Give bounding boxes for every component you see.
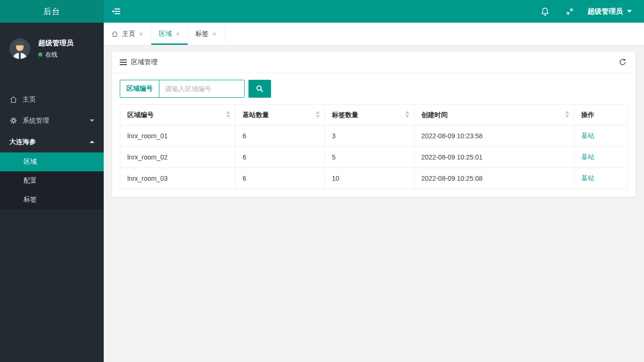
home-icon — [9, 96, 17, 103]
tab-label: 主页 — [122, 30, 135, 38]
search-icon — [256, 85, 264, 93]
cell-actions: 基站 — [574, 147, 627, 168]
content-area: 区域管理 区域编号 — [104, 45, 644, 203]
sidebar: 超级管理员 在线 主页 — [0, 23, 104, 362]
base-station-link[interactable]: 基站 — [581, 132, 594, 139]
sidebar-subitem-tag[interactable]: 标签 — [0, 190, 104, 209]
region-id-input[interactable] — [159, 80, 244, 97]
sidebar-user-block: 超级管理员 在线 — [0, 23, 104, 75]
sort-icon[interactable] — [565, 111, 569, 118]
region-management-panel: 区域管理 区域编号 — [112, 52, 636, 197]
table-header-row: 区域编号 基站数量 标签数量 — [120, 105, 628, 126]
cell-created-at: 2022-08-09 10:23:58 — [414, 126, 574, 147]
cell-actions: 基站 — [574, 126, 627, 147]
cell-tag-count: 10 — [325, 168, 414, 189]
column-header-actions: 操作 — [574, 105, 627, 126]
tab-close-icon[interactable]: × — [139, 30, 143, 37]
sidebar-user-name: 超级管理员 — [38, 39, 74, 48]
column-header-created-at: 创建时间 — [414, 105, 574, 126]
cell-tag-count: 5 — [325, 147, 414, 168]
table-row: lnrx_room_03 6 10 2022-08-09 10:25:08 基站 — [120, 168, 628, 189]
sidebar-item-system-management[interactable]: 系统管理 — [0, 110, 104, 131]
online-status-label: 在线 — [45, 51, 58, 59]
sidebar-subitem-region[interactable]: 区域 — [0, 152, 104, 171]
cell-region-id: lnrx_room_01 — [120, 126, 235, 147]
notifications-button[interactable] — [533, 0, 557, 23]
avatar — [9, 38, 30, 59]
panel-title-wrap: 区域管理 — [120, 58, 157, 67]
cell-region-id: lnrx_room_02 — [120, 147, 235, 168]
chevron-down-icon — [90, 119, 94, 122]
sidebar-submenu: 区域 配置 标签 — [0, 152, 104, 209]
cell-actions: 基站 — [574, 168, 627, 189]
settings-gear-icon — [9, 117, 17, 125]
main-area: 主页 × 区域 × 标签 × 区域管理 — [104, 23, 644, 362]
sidebar-item-dalian-haishen[interactable]: 大连海参 — [0, 131, 104, 152]
sidebar-subitem-label: 标签 — [24, 195, 37, 204]
cell-station-count: 6 — [235, 147, 325, 168]
sidebar-user-meta: 超级管理员 在线 — [38, 39, 74, 59]
cell-created-at: 2022-08-09 10:25:08 — [414, 168, 574, 189]
cell-station-count: 6 — [235, 126, 325, 147]
refresh-button[interactable] — [617, 57, 628, 68]
column-header-tag-count: 标签数量 — [325, 105, 414, 126]
column-header-station-count: 基站数量 — [235, 105, 325, 126]
sidebar-collapse-icon — [112, 7, 121, 16]
panel-title: 区域管理 — [131, 58, 157, 67]
sort-icon[interactable] — [316, 111, 320, 118]
home-icon — [111, 31, 118, 37]
chevron-up-icon — [90, 141, 94, 143]
search-button[interactable] — [248, 80, 271, 98]
table-row: lnrx_room_01 6 3 2022-08-09 10:23:58 基站 — [120, 126, 628, 147]
sidebar-subitem-config[interactable]: 配置 — [0, 171, 104, 190]
sidebar-subitem-label: 配置 — [24, 177, 37, 185]
sidebar-menu: 主页 — [0, 89, 104, 209]
refresh-icon — [619, 58, 627, 66]
sidebar-collapse-button[interactable] — [104, 0, 128, 23]
cell-created-at: 2022-08-09 10:25:01 — [414, 147, 574, 168]
tab-close-icon[interactable]: × — [213, 30, 217, 37]
app-brand: 后台 — [0, 0, 104, 23]
region-table: 区域编号 基站数量 标签数量 — [120, 104, 628, 189]
tab-region[interactable]: 区域 × — [151, 23, 188, 45]
search-toolbar: 区域编号 — [112, 73, 636, 104]
fullscreen-toggle-icon — [566, 8, 574, 16]
tab-close-icon[interactable]: × — [176, 30, 180, 37]
tab-label: 标签 — [196, 30, 209, 38]
user-dropdown-label: 超级管理员 — [587, 7, 623, 16]
sidebar-item-label: 系统管理 — [23, 117, 49, 125]
notification-bell-icon — [541, 7, 549, 16]
sort-icon[interactable] — [226, 111, 230, 118]
tab-label: 区域 — [159, 30, 172, 38]
sidebar-user-status: 在线 — [38, 51, 74, 59]
fullscreen-toggle-button[interactable] — [557, 0, 582, 23]
tab-home[interactable]: 主页 × — [104, 23, 151, 45]
top-header: 后台 超级管理员 — [0, 0, 644, 23]
topbar-actions: 超级管理员 — [533, 0, 644, 23]
user-dropdown[interactable]: 超级管理员 — [582, 0, 644, 23]
avatar-tie — [19, 53, 21, 59]
chevron-down-icon — [627, 10, 632, 13]
search-group: 区域编号 — [120, 80, 245, 98]
sort-icon[interactable] — [405, 111, 409, 118]
cell-station-count: 6 — [235, 168, 325, 189]
base-station-link[interactable]: 基站 — [581, 174, 594, 182]
search-field-label: 区域编号 — [120, 80, 159, 97]
column-header-region-id: 区域编号 — [120, 105, 235, 126]
cell-region-id: lnrx_room_03 — [120, 168, 235, 189]
sidebar-item-home[interactable]: 主页 — [0, 89, 104, 110]
cell-tag-count: 3 — [325, 126, 414, 147]
hamburger-icon — [120, 59, 127, 65]
tab-bar: 主页 × 区域 × 标签 × — [104, 23, 644, 45]
sidebar-subitem-label: 区域 — [24, 158, 37, 166]
online-status-dot — [38, 52, 42, 57]
sidebar-item-label: 大连海参 — [9, 138, 36, 146]
panel-header: 区域管理 — [112, 52, 636, 73]
tab-tag[interactable]: 标签 × — [188, 23, 225, 45]
region-table-wrap: 区域编号 基站数量 标签数量 — [112, 104, 636, 197]
sidebar-item-label: 主页 — [23, 95, 36, 104]
base-station-link[interactable]: 基站 — [581, 153, 594, 160]
avatar-hair — [15, 41, 25, 45]
table-row: lnrx_room_02 6 5 2022-08-09 10:25:01 基站 — [120, 147, 628, 168]
